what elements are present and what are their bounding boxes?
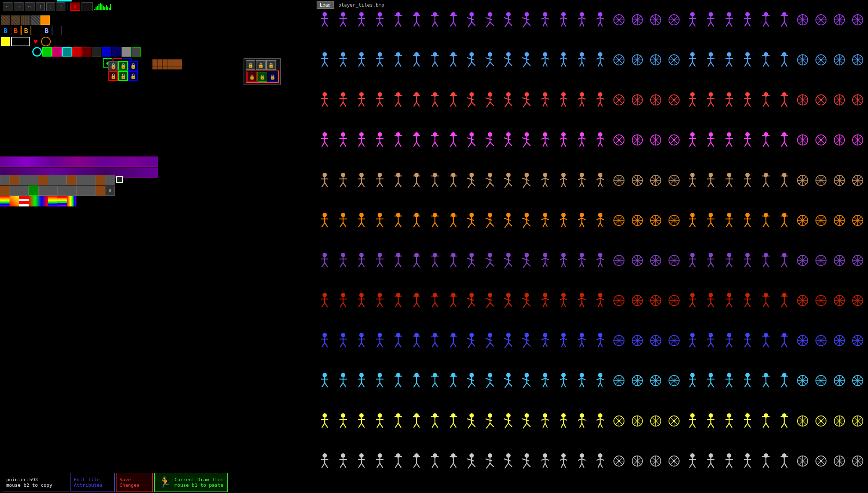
tile-11-15[interactable] [591,452,609,470]
tile-7-8[interactable] [463,292,480,309]
tile-4-26[interactable] [794,172,811,189]
tile-8-9[interactable] [481,332,499,349]
tile-0-3[interactable] [371,11,389,29]
tile-8-11[interactable] [518,332,536,349]
tile-11-12[interactable] [536,452,554,470]
tile-9-28[interactable] [831,372,848,389]
tile-11-6[interactable] [426,452,444,470]
tile-5-15[interactable] [591,212,609,229]
gray-stripe-tile[interactable] [30,15,40,25]
tile-0-28[interactable] [831,11,848,29]
tile-2-17[interactable] [629,91,646,109]
tile-4-1[interactable] [334,172,352,189]
tile-3-27[interactable] [812,131,830,149]
tile-8-12[interactable] [536,332,554,349]
green-sq[interactable] [42,47,52,57]
lock-icon-red[interactable]: 🔒 [247,72,257,82]
tile-0-20[interactable] [684,11,701,29]
brick-right[interactable] [96,186,105,196]
tile-8-15[interactable] [591,332,609,349]
brown-stripe-tile-2[interactable] [11,15,20,25]
tile-1-6[interactable] [426,51,444,69]
save-changes-btn[interactable]: Save Changes [116,473,153,492]
tile-6-5[interactable] [408,252,425,269]
tile-4-23[interactable] [739,172,756,189]
tile-3-12[interactable] [536,131,554,149]
tile-10-2[interactable] [353,412,370,430]
tile-3-14[interactable] [573,131,591,149]
tile-9-18[interactable] [647,372,664,389]
tile-1-26[interactable] [794,51,811,69]
tile-4-6[interactable] [426,172,444,189]
heart-tile[interactable]: ♥ [31,37,40,46]
brick-tile-wide[interactable] [152,59,182,69]
tile-11-13[interactable] [555,452,572,470]
tile-8-27[interactable] [812,332,830,349]
tile-6-2[interactable] [353,252,370,269]
tile-3-23[interactable] [739,131,756,149]
scroll-up-btn[interactable]: ↑ [36,2,45,11]
tile-11-24[interactable] [757,452,775,470]
tile-11-14[interactable] [573,452,591,470]
stripe-tile[interactable] [19,196,29,206]
tile-4-8[interactable] [463,172,480,189]
tile-7-3[interactable] [371,292,389,309]
tile-3-7[interactable] [444,131,462,149]
tile-3-21[interactable] [702,131,720,149]
tile-8-2[interactable] [353,332,370,349]
tile-2-13[interactable] [555,91,572,109]
tile-9-20[interactable] [684,372,701,389]
brick-tile-map-3[interactable] [67,175,76,185]
tile-2-28[interactable] [831,91,848,109]
tile-1-7[interactable] [444,51,462,69]
tile-8-8[interactable] [463,332,480,349]
orange-tile[interactable] [40,15,50,25]
tile-0-22[interactable] [720,11,738,29]
tile-8-17[interactable] [629,332,646,349]
cyan-circle[interactable] [32,47,42,57]
cyan-sq[interactable] [62,47,72,57]
tile-0-9[interactable] [481,11,499,29]
tile-4-5[interactable] [408,172,425,189]
tile-6-6[interactable] [426,252,444,269]
tile-10-27[interactable] [812,412,830,430]
dark-blue-sq[interactable] [112,47,121,57]
tile-1-24[interactable] [757,51,775,69]
tile-2-12[interactable] [536,91,554,109]
tile-3-28[interactable] [831,131,848,149]
lock-red-1[interactable]: 🔒 [108,71,118,81]
tile-11-27[interactable] [812,452,830,470]
tile-0-11[interactable] [518,11,536,29]
tile-4-15[interactable] [591,172,609,189]
tile-1-12[interactable] [536,51,554,69]
tile-0-17[interactable] [629,11,646,29]
tile-5-9[interactable] [481,212,499,229]
tile-6-21[interactable] [702,252,720,269]
tile-9-27[interactable] [812,372,830,389]
rainbow-tile-3[interactable] [48,196,57,206]
tile-4-18[interactable] [647,172,664,189]
metal-tile-wide-3[interactable] [76,175,96,185]
tile-1-22[interactable] [720,51,738,69]
tile-3-20[interactable] [684,131,701,149]
tile-8-29[interactable] [849,332,867,349]
tile-10-7[interactable] [444,412,462,430]
tile-6-12[interactable] [536,252,554,269]
tile-10-26[interactable] [794,412,811,430]
b-red-tile[interactable]: B [11,26,21,35]
tile-4-19[interactable] [665,172,683,189]
tile-9-1[interactable] [334,372,352,389]
tile-11-25[interactable] [775,452,793,470]
tile-4-16[interactable] [610,172,628,189]
tile-10-13[interactable] [555,412,572,430]
tile-9-0[interactable] [316,372,334,389]
tile-1-5[interactable] [408,51,425,69]
tile-11-1[interactable] [334,452,352,470]
tile-11-26[interactable] [794,452,811,470]
tile-2-11[interactable] [518,91,536,109]
tile-7-7[interactable] [444,292,462,309]
tile-1-19[interactable] [665,51,683,69]
tile-8-0[interactable] [316,332,334,349]
tile-10-21[interactable] [702,412,720,430]
tile-0-24[interactable] [757,11,775,29]
